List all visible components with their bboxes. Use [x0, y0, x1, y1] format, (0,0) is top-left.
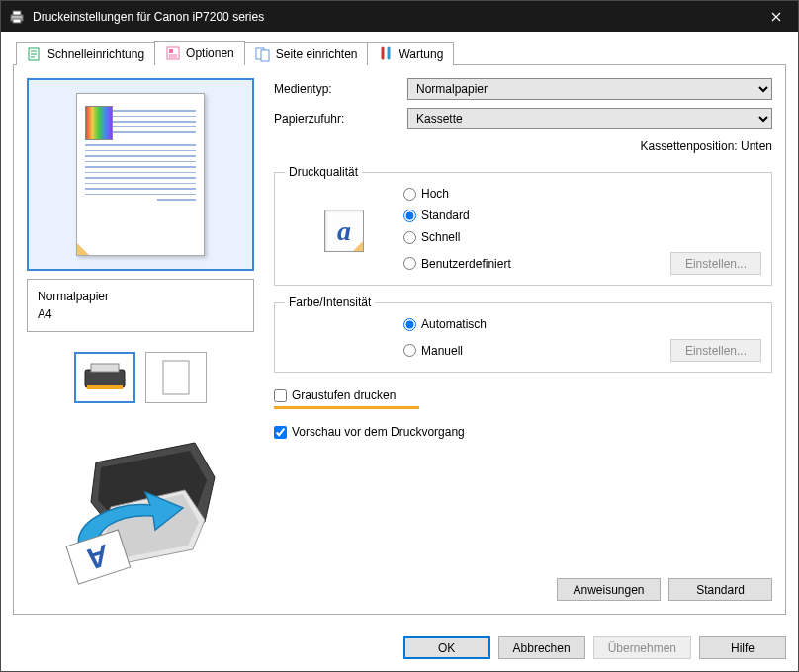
close-button[interactable]	[754, 1, 798, 32]
media-type-row: Medientyp: Normalpapier	[274, 78, 772, 100]
media-type-select[interactable]: Normalpapier	[407, 78, 772, 100]
tab-label: Schnelleinrichtung	[47, 47, 144, 61]
color-auto-radio[interactable]	[403, 318, 416, 331]
svg-rect-2	[13, 19, 21, 23]
highlight-indicator	[274, 406, 419, 409]
tab-maintenance[interactable]: Wartung	[367, 42, 454, 65]
window-root: Druckeinstellungen für Canon iP7200 seri…	[0, 0, 799, 672]
color-auto-label[interactable]: Automatisch	[421, 317, 487, 331]
page-icon	[76, 93, 205, 256]
preview-info: Normalpapier A4	[27, 279, 254, 332]
svg-rect-8	[85, 370, 125, 387]
device-thumb-printer[interactable]	[74, 352, 135, 403]
quality-preview-icon: a	[285, 210, 403, 252]
pagesetup-icon	[255, 46, 271, 62]
quality-standard-label[interactable]: Standard	[421, 209, 470, 222]
tab-page-setup[interactable]: Seite einrichten	[244, 42, 369, 65]
device-thumb-page[interactable]	[145, 352, 207, 403]
svg-rect-7	[261, 50, 269, 61]
paper-source-label: Papierzufuhr:	[274, 112, 407, 126]
help-button[interactable]: Hilfe	[699, 636, 786, 659]
color-manual-label[interactable]: Manuell	[421, 344, 463, 358]
svg-rect-11	[163, 361, 189, 394]
color-legend: Farbe/Intensität	[285, 295, 375, 309]
maintenance-icon	[378, 46, 394, 62]
ok-button[interactable]: OK	[403, 636, 490, 659]
quality-fast-radio[interactable]	[403, 231, 416, 244]
quality-fast-label[interactable]: Schnell	[421, 230, 460, 244]
quality-high-label[interactable]: Hoch	[421, 187, 449, 201]
inside-button-row: Anweisungen Standard	[274, 578, 772, 601]
preview-paper-size: A4	[38, 305, 243, 323]
settings-column: Medientyp: Normalpapier Papierzufuhr: Ka…	[274, 78, 772, 601]
svg-rect-5	[169, 49, 173, 53]
tab-row: Schnelleinrichtung Optionen Seite einric…	[16, 42, 786, 65]
defaults-button[interactable]: Standard	[668, 578, 772, 601]
grayscale-label[interactable]: Graustufen drucken	[292, 388, 396, 402]
cancel-button[interactable]: Abbrechen	[498, 636, 585, 659]
content-frame: Normalpapier A4	[13, 64, 786, 615]
quality-legend: Druckqualität	[285, 165, 362, 179]
quality-fieldset: Druckqualität a Hoch Standard Schnell	[274, 165, 772, 286]
titlebar: Druckeinstellungen für Canon iP7200 seri…	[1, 1, 798, 32]
device-thumbnails	[27, 352, 254, 403]
svg-rect-9	[87, 385, 123, 389]
instructions-button[interactable]: Anweisungen	[557, 578, 661, 601]
paper-source-row: Papierzufuhr: Kassette	[274, 108, 772, 129]
grayscale-checkbox[interactable]	[274, 389, 287, 402]
svg-rect-1	[13, 11, 21, 15]
tab-label: Seite einrichten	[276, 47, 358, 61]
apply-button[interactable]: Übernehmen	[593, 636, 691, 659]
device-illustration: A	[27, 403, 254, 601]
preview-print-row: Vorschau vor dem Druckvorgang	[274, 425, 772, 439]
color-set-button[interactable]: Einstellen...	[670, 339, 761, 362]
page-preview	[27, 78, 254, 271]
printer-icon	[9, 9, 25, 25]
quality-standard-radio[interactable]	[403, 210, 416, 222]
media-type-label: Medientyp:	[274, 82, 407, 96]
preview-column: Normalpapier A4	[27, 78, 254, 601]
grayscale-row: Graustufen drucken	[274, 388, 772, 402]
preview-media-name: Normalpapier	[38, 288, 243, 305]
quality-high-radio[interactable]	[403, 188, 416, 201]
dialog-footer: OK Abbrechen Übernehmen Hilfe	[1, 627, 798, 671]
paper-source-select[interactable]: Kassette	[407, 108, 772, 129]
window-title: Druckeinstellungen für Canon iP7200 seri…	[33, 10, 754, 24]
cassette-position-hint: Kassettenposition: Unten	[274, 139, 772, 153]
dialog-body: Schnelleinrichtung Optionen Seite einric…	[1, 32, 798, 627]
tab-label: Optionen	[186, 46, 234, 60]
quality-custom-radio[interactable]	[403, 257, 416, 270]
color-fieldset: Farbe/Intensität Automatisch Manuell Ein…	[274, 295, 772, 373]
preview-print-checkbox[interactable]	[274, 426, 287, 439]
tab-quick-setup[interactable]: Schnelleinrichtung	[16, 42, 155, 65]
preview-print-label[interactable]: Vorschau vor dem Druckvorgang	[292, 425, 465, 439]
quality-custom-label[interactable]: Benutzerdefiniert	[421, 257, 511, 271]
color-manual-radio[interactable]	[403, 344, 416, 357]
tab-label: Wartung	[399, 47, 443, 61]
options-icon	[165, 45, 181, 61]
svg-rect-10	[91, 364, 119, 372]
quality-set-button[interactable]: Einstellen...	[670, 252, 761, 275]
quicksetup-icon	[27, 46, 43, 62]
tab-options[interactable]: Optionen	[154, 41, 245, 65]
